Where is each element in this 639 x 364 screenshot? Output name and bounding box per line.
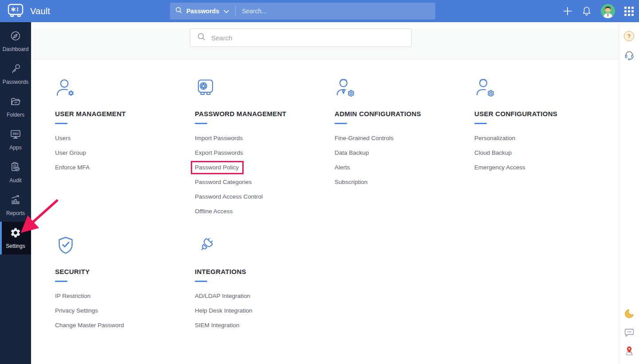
safe-icon (195, 77, 335, 98)
right-rail: ? (619, 22, 639, 364)
section-title: INTEGRATIONS (195, 268, 335, 276)
dashboard-compass-icon (10, 30, 21, 43)
link-password-access-control[interactable]: Password Access Control (195, 193, 263, 200)
sidebar-item-apps[interactable]: SSO Apps (0, 123, 31, 156)
settings-sections-grid: USER MANAGEMENT Users User Group Enforce… (31, 59, 619, 336)
add-icon[interactable] (563, 6, 572, 16)
main-content: USER MANAGEMENT Users User Group Enforce… (31, 22, 619, 364)
section-title: ADMIN CONFIGURATIONS (335, 110, 474, 118)
link-data-backup[interactable]: Data Backup (335, 149, 369, 156)
section-user-management: USER MANAGEMENT Users User Group Enforce… (55, 77, 195, 222)
vault-logo-icon[interactable] (8, 4, 24, 19)
notifications-bell-icon[interactable] (582, 6, 592, 16)
search-icon (197, 33, 205, 43)
link-password-categories[interactable]: Password Categories (195, 179, 252, 185)
plug-icon (195, 235, 335, 256)
title-underline (55, 281, 67, 282)
link-alerts[interactable]: Alerts (335, 164, 350, 171)
link-change-master-password[interactable]: Change Master Password (55, 322, 124, 329)
link-emergency-access[interactable]: Emergency Access (474, 164, 525, 171)
sidebar-label: Settings (6, 243, 25, 249)
sidebar: Dashboard Passwords (0, 22, 31, 364)
bar-chart-icon (10, 194, 21, 207)
svg-text:SSO: SSO (12, 132, 19, 135)
sidebar-item-folders[interactable]: Folders (0, 90, 31, 123)
night-mode-moon-icon[interactable] (624, 309, 635, 319)
location-pin-icon[interactable] (624, 345, 635, 356)
sidebar-label: Dashboard (3, 46, 29, 52)
section-title: USER MANAGEMENT (55, 110, 195, 118)
sidebar-item-dashboard[interactable]: Dashboard (0, 25, 31, 58)
link-user-group[interactable]: User Group (55, 149, 86, 156)
sidebar-item-audit[interactable]: Audit (0, 156, 31, 189)
title-underline (195, 281, 207, 282)
link-subscription[interactable]: Subscription (335, 179, 367, 185)
link-personalization[interactable]: Personalization (474, 135, 515, 141)
global-search-input[interactable] (236, 8, 430, 15)
topbar: Vault Passwords (0, 0, 639, 22)
vault-settings-page: Vault Passwords (0, 0, 639, 364)
link-ip-restriction[interactable]: IP Restriction (55, 293, 91, 299)
link-export-passwords[interactable]: Export Passwords (195, 149, 243, 156)
admin-gear-icon (335, 77, 474, 98)
link-offline-access[interactable]: Offline Access (195, 208, 233, 215)
section-user-configurations: USER CONFIGURATIONS Personalization Clou… (474, 77, 614, 222)
search-icon (175, 7, 182, 16)
link-siem-integration[interactable]: SIEM Integration (195, 322, 240, 329)
section-admin-configurations: ADMIN CONFIGURATIONS Fine-Grained Contro… (335, 77, 474, 222)
help-question-icon[interactable]: ? (624, 31, 634, 41)
user-gear-icon (55, 77, 195, 98)
section-integrations: INTEGRATIONS AD/LDAP Integration Help De… (195, 235, 335, 336)
sidebar-label: Apps (9, 145, 21, 151)
chevron-down-icon[interactable] (224, 7, 229, 15)
title-underline (55, 123, 67, 124)
key-icon (10, 63, 21, 76)
settings-search-box[interactable] (190, 28, 412, 47)
support-headset-icon[interactable] (624, 49, 635, 60)
title-underline (474, 123, 487, 124)
link-help-desk-integration[interactable]: Help Desk Integration (195, 307, 252, 314)
link-users[interactable]: Users (55, 135, 71, 141)
sidebar-item-settings[interactable]: Settings (0, 222, 31, 254)
user-avatar[interactable] (601, 4, 615, 18)
sidebar-label: Reports (6, 210, 25, 216)
user-config-gear-icon (474, 77, 614, 98)
shield-check-icon (55, 235, 195, 256)
sidebar-label: Folders (7, 112, 24, 118)
sidebar-item-passwords[interactable]: Passwords (0, 58, 31, 90)
link-enforce-mfa[interactable]: Enforce MFA (55, 164, 90, 171)
settings-search-input[interactable] (205, 34, 411, 42)
brand: Vault (0, 4, 50, 19)
global-search-bar[interactable]: Passwords (170, 3, 435, 20)
clipboard-check-icon (10, 161, 21, 175)
title-underline (335, 123, 347, 124)
sidebar-item-reports[interactable]: Reports (0, 189, 31, 222)
app-title: Vault (30, 6, 50, 16)
topbar-actions (563, 0, 634, 22)
sso-monitor-icon: SSO (10, 129, 21, 142)
sidebar-label: Audit (9, 177, 21, 184)
link-password-policy-highlighted[interactable]: Password Policy (195, 164, 239, 171)
settings-search-band (31, 28, 619, 59)
link-import-passwords[interactable]: Import Passwords (195, 135, 243, 141)
folder-icon (10, 96, 21, 109)
section-title: USER CONFIGURATIONS (474, 110, 614, 118)
sidebar-label: Passwords (3, 79, 29, 85)
search-scope-label[interactable]: Passwords (186, 8, 219, 15)
section-password-management: PASSWORD MANAGEMENT Import Passwords Exp… (195, 77, 335, 222)
link-fine-grained-controls[interactable]: Fine-Grained Controls (335, 135, 394, 141)
title-underline (195, 123, 207, 124)
apps-grid-icon[interactable] (624, 7, 634, 16)
link-ad-ldap-integration[interactable]: AD/LDAP Integration (195, 293, 250, 299)
gear-icon (10, 227, 21, 240)
section-title: PASSWORD MANAGEMENT (195, 110, 335, 118)
feedback-chat-icon[interactable] (624, 327, 635, 337)
section-title: SECURITY (55, 268, 195, 276)
section-security: SECURITY IP Restriction Privacy Settings… (55, 235, 195, 336)
link-privacy-settings[interactable]: Privacy Settings (55, 307, 98, 314)
link-cloud-backup[interactable]: Cloud Backup (474, 149, 512, 156)
